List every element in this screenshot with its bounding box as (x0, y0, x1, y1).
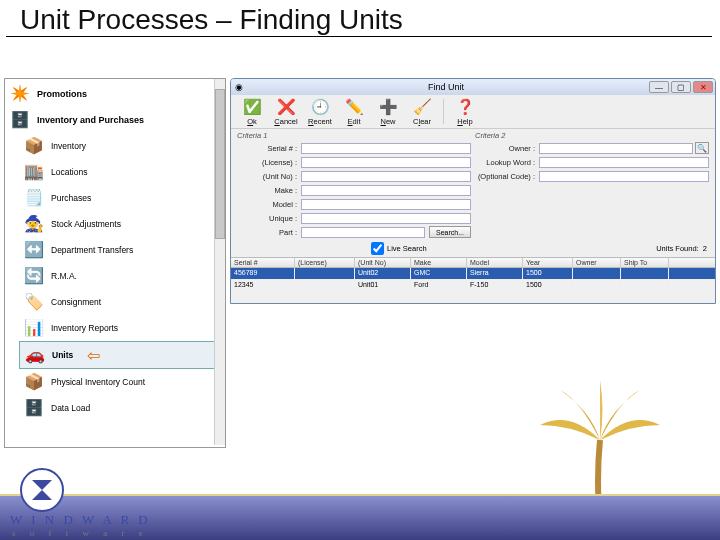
sidebar-item-inventory-reports[interactable]: 📊 Inventory Reports (5, 315, 219, 341)
note-icon: 🗒️ (23, 187, 45, 209)
criteria-form: Criteria 1 Serial # : (License) : (Unit … (231, 129, 715, 242)
grid-header[interactable]: Serial # (License) (Unit No) Make Model … (231, 258, 715, 268)
sidebar-item-purchases[interactable]: 🗒️ Purchases (5, 185, 219, 211)
col-owner[interactable]: Owner (573, 258, 621, 268)
window-titlebar: ◉ Find Unit ― ▢ ✕ (231, 79, 715, 95)
clear-button[interactable]: 🧹Clear (405, 97, 439, 126)
criteria1-label: Criteria 1 (237, 131, 471, 140)
help-button[interactable]: ❓Help (448, 97, 482, 126)
sidebar-heading-label: Promotions (37, 89, 87, 99)
sidebar-item-dept-transfers[interactable]: ↔️ Department Transfers (5, 237, 219, 263)
cell (573, 280, 621, 292)
sidebar-item-inventory[interactable]: 📦 Inventory (5, 133, 219, 159)
lookup-input[interactable] (539, 157, 709, 168)
window-title: Find Unit (243, 82, 649, 92)
cell (669, 280, 716, 292)
report-icon: 📊 (23, 317, 45, 339)
recent-button[interactable]: 🕘Recent (303, 97, 337, 126)
sidebar-heading-promotions[interactable]: ✴️ Promotions (5, 81, 219, 107)
cancel-button[interactable]: ❌Cancel (269, 97, 303, 126)
optional-label: (Optional Code) : (475, 172, 535, 181)
optional-input[interactable] (539, 171, 709, 182)
unitno-input[interactable] (301, 171, 471, 182)
sidebar-item-label: Inventory (51, 141, 86, 151)
minimize-button[interactable]: ― (649, 81, 669, 93)
make-input[interactable] (301, 185, 471, 196)
sidebar-item-consignment[interactable]: 🏷️ Consignment (5, 289, 219, 315)
owner-input[interactable] (539, 143, 693, 154)
cell (295, 280, 355, 292)
sidebar-item-stock-adj[interactable]: 🧙 Stock Adjustments (5, 211, 219, 237)
new-icon: ➕ (378, 97, 398, 117)
sidebar-item-units[interactable]: 🚗 Units ⇦ (19, 341, 216, 369)
license-input[interactable] (301, 157, 471, 168)
search-button[interactable]: Search... (429, 226, 471, 238)
maximize-button[interactable]: ▢ (671, 81, 691, 93)
windward-logo: W I N D W A R D s o f t w a r e (10, 468, 151, 538)
ok-icon: ✅ (242, 97, 262, 117)
license-label: (License) : (237, 158, 297, 167)
col-shipto[interactable]: Ship To (621, 258, 669, 268)
close-button[interactable]: ✕ (693, 81, 713, 93)
cell (669, 268, 716, 280)
cell: F-150 (467, 280, 523, 292)
cell (621, 280, 669, 292)
sidebar-item-label: Purchases (51, 193, 91, 203)
live-search-checkbox[interactable]: Live Search (371, 242, 427, 255)
sidebar-item-locations[interactable]: 🏬 Locations (5, 159, 219, 185)
model-input[interactable] (301, 199, 471, 210)
serial-label: Serial # : (237, 144, 297, 153)
ok-button[interactable]: ✅Ok (235, 97, 269, 126)
new-button[interactable]: ➕New (371, 97, 405, 126)
owner-lookup-button[interactable]: 🔍 (695, 142, 709, 154)
lookup-label: Lookup Word : (475, 158, 535, 167)
sidebar-item-data-load[interactable]: 🗄️ Data Load (5, 395, 219, 421)
sidebar-item-label: Units (52, 350, 73, 360)
brand-bottom: s o f t w a r e (10, 528, 151, 538)
sidebar-item-label: Department Transfers (51, 245, 133, 255)
sidebar-item-label: Stock Adjustments (51, 219, 121, 229)
units-found-value: 2 (703, 244, 707, 253)
grid-row[interactable]: 456789 Unit02 GMC Sierra 1500 (231, 268, 715, 280)
col-license[interactable]: (License) (295, 258, 355, 268)
part-input[interactable] (301, 227, 425, 238)
grid-row[interactable]: 12345 Unit01 Ford F-150 1500 (231, 280, 715, 292)
cell: Unit01 (355, 280, 411, 292)
col-blank (669, 258, 716, 268)
cabinet-icon: 🗄️ (9, 109, 31, 131)
search-status-bar: Live Search Units Found: 2 (231, 242, 715, 257)
dataload-icon: 🗄️ (23, 397, 45, 419)
sidebar-item-physical-count[interactable]: 📦 Physical Inventory Count (5, 369, 219, 395)
col-make[interactable]: Make (411, 258, 467, 268)
serial-input[interactable] (301, 143, 471, 154)
clear-icon: 🧹 (412, 97, 432, 117)
sidebar-item-label: Locations (51, 167, 87, 177)
criteria2-label: Criteria 2 (475, 131, 709, 140)
window-toolbar: ✅Ok ❌Cancel 🕘Recent ✏️Edit ➕New 🧹Clear ❓… (231, 95, 715, 129)
scrollbar-thumb[interactable] (215, 89, 225, 239)
model-label: Model : (237, 200, 297, 209)
col-unitno[interactable]: (Unit No) (355, 258, 411, 268)
units-found-label: Units Found: (656, 244, 699, 253)
sidebar-scrollbar[interactable] (214, 79, 225, 445)
sidebar-item-rma[interactable]: 🔄 R.M.A. (5, 263, 219, 289)
make-label: Make : (237, 186, 297, 195)
unique-label: Unique : (237, 214, 297, 223)
unique-input[interactable] (301, 213, 471, 224)
cell: Unit02 (355, 268, 411, 280)
col-year[interactable]: Year (523, 258, 573, 268)
edit-button[interactable]: ✏️Edit (337, 97, 371, 126)
sidebar-heading-label: Inventory and Purchases (37, 115, 144, 125)
live-search-input[interactable] (371, 242, 384, 255)
car-icon: 🚗 (24, 344, 46, 366)
slide-footer: W I N D W A R D s o f t w a r e (0, 472, 720, 540)
col-model[interactable]: Model (467, 258, 523, 268)
edit-icon: ✏️ (344, 97, 364, 117)
sidebar-item-label: Inventory Reports (51, 323, 118, 333)
col-serial[interactable]: Serial # (231, 258, 295, 268)
help-icon: ❓ (455, 97, 475, 117)
tag-icon: 🏷️ (23, 291, 45, 313)
cell: 456789 (231, 268, 295, 280)
sidebar-heading-inventory[interactable]: 🗄️ Inventory and Purchases (5, 107, 219, 133)
cell (573, 268, 621, 280)
